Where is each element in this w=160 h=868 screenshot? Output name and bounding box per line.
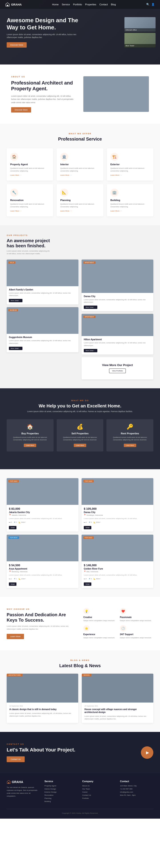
footer-link-service-3[interactable]: Renovation (44, 794, 78, 796)
view-more-title: View More Our Project (102, 363, 133, 367)
blog-excerpt-0: Lorem ipsum dolor sit amet, consectetur … (9, 712, 75, 717)
footer-contact-col: Contact 123 Main Street, City +1 234 567… (120, 780, 153, 804)
listing-card-1: FOR SALE $ 105,000 Danau City 📍 Surabaya… (82, 478, 153, 531)
footer-link-company-1[interactable]: Our Team (82, 788, 116, 790)
footer: GRAHA Tur non dicam de Graecis, quorum c… (0, 773, 160, 818)
service-card-interior: 🏛️ Interior Quidtamd inciunt mollit anim… (57, 148, 103, 181)
project-card-0: VILLA Albert Family's Garden Lorem ipsum… (7, 259, 78, 305)
nav-blog[interactable]: Blog (111, 3, 116, 6)
help-btn-2[interactable]: Learn More (124, 444, 136, 447)
listing-tag-1: FOR SALE (83, 480, 94, 483)
project-image-1: APARTMENT (82, 259, 153, 293)
nav-contact[interactable]: Contact (99, 3, 108, 6)
footer-link-company-2[interactable]: Career (82, 791, 116, 793)
projects-label: OUR PROJECTS (7, 234, 153, 237)
help-title-1: Sell Properties (60, 432, 100, 435)
help-btn-0[interactable]: Learn More (24, 444, 36, 447)
footer-link-contact-1[interactable]: +1 234 567 890 (120, 788, 153, 790)
service-learn-2[interactable]: Learn More → (110, 174, 150, 176)
listing-info-0: $ 83,000 Jakarta Garden City 📍 Jakarta, … (7, 505, 78, 531)
service-learn-5[interactable]: Learn More → (110, 210, 150, 212)
listing-btn-3[interactable]: Detail (84, 583, 91, 586)
service-desc-3: Quidtamd inciunt mollit anim id est labo… (10, 203, 50, 208)
service-learn-4[interactable]: Learn More → (60, 210, 100, 212)
listing-btn-0[interactable]: Detail (9, 526, 17, 529)
why-item-title-3: 24/7 Support (120, 633, 154, 636)
help-description: Lorem ipsum dolor sit amet, consectetur … (7, 410, 153, 412)
project-card-2: MUSEUM Guggenheim Museum Lorem ipsum dol… (7, 307, 78, 352)
listing-location-1: 📍 Surabaya, Indonesia (84, 514, 151, 516)
service-card-renovation: 🔧 Renovation Quidtamd inciunt mollit ani… (7, 184, 53, 216)
footer-link-company-0[interactable]: About Us (82, 785, 116, 787)
help-btn-1[interactable]: Learn More (74, 444, 86, 447)
footer-link-contact-2[interactable]: info@graha.com (120, 791, 153, 793)
sell-icon: 💰 (60, 424, 100, 430)
help-desc-2: Quidtamd inciunt mollit anim id est labo… (109, 436, 150, 441)
why-learn-button[interactable]: Learn More (7, 634, 24, 639)
listing-btn-1[interactable]: Detail (84, 526, 91, 529)
service-learn-1[interactable]: Learn More → (60, 174, 100, 176)
project-name-2: Guggenheim Museum (9, 336, 76, 339)
listing-image-3: FOR SALE (82, 535, 153, 561)
project-btn-3[interactable]: More Detail → (84, 349, 97, 352)
project-btn-1[interactable]: More Detail → (84, 306, 97, 309)
listing-btn-2[interactable]: Detail (9, 583, 17, 586)
listing-desc-0: Lorem ipsum dolor sit amet, consectetur … (9, 517, 76, 520)
creative-icon: 💡 (83, 608, 90, 614)
footer-link-company-4[interactable]: Portfolio (82, 797, 116, 799)
listing-meta-3: 🛏 5 🚿 4 📐 450m² (84, 578, 151, 580)
footer-link-company-3[interactable]: Contact Us (82, 794, 116, 796)
hero-card-2-label: Blue Tower (124, 44, 156, 48)
why-item-desc-3: Saepe nemo voluptatem sequi nesciunt. (120, 637, 154, 639)
view-portfolio-button[interactable]: View Portfolio (109, 369, 126, 373)
footer-link-service-1[interactable]: Interior Design (44, 788, 78, 790)
contact-button[interactable]: Contact Us (7, 756, 25, 762)
hero-card-1[interactable]: Infomart office (124, 17, 156, 32)
listing-price-0: $ 83,000 (9, 507, 76, 510)
footer-link-service-5[interactable]: Building (44, 800, 78, 802)
search-icon[interactable]: 🔍 (146, 3, 150, 6)
footer-link-service-0[interactable]: Property Agent (44, 785, 78, 787)
why-item-title-1: Passionate (120, 616, 154, 618)
project-btn-2[interactable]: More Detail → (9, 347, 23, 350)
user-icon[interactable]: 👤 (151, 3, 155, 6)
navigation: GRAHA Home Service Portfolio Properties … (0, 0, 160, 9)
logo[interactable]: GRAHA (5, 2, 22, 7)
nav-portfolio[interactable]: Portfolio (73, 3, 82, 6)
nav-properties[interactable]: Properties (85, 3, 96, 6)
about-image-box (83, 76, 149, 112)
rent-icon: 🔑 (109, 424, 150, 430)
project-btn-0[interactable]: More Detail → (9, 299, 23, 302)
about-cta-button[interactable]: Discover More (11, 107, 31, 113)
play-button[interactable]: ▶ (141, 746, 153, 759)
listing-image-2: FOR RENT (7, 535, 78, 561)
listing-name-3: Golden River Fure (84, 567, 151, 570)
service-name-1: Interior (60, 163, 100, 166)
help-label: WHAT WE DO (7, 399, 153, 402)
listing-desc-3: Lorem ipsum dolor sit amet, consectetur … (84, 574, 151, 576)
hero-card-2[interactable]: Blue Tower (124, 33, 156, 48)
support-icon: 🕐 (120, 625, 126, 631)
hero-description: Lorem ipsum dolor sit amet, consectetur … (7, 33, 81, 39)
help-desc-1: Quidtamd inciunt mollit anim id est labo… (60, 436, 100, 441)
project-desc-2: Lorem ipsum dolor sit amet, consectetur … (9, 339, 76, 344)
service-learn-3[interactable]: Learn More → (10, 210, 50, 212)
help-card-buy: 🏠 Buy Properties Quidtamd inciunt mollit… (7, 419, 54, 452)
project-image-2: MUSEUM (7, 307, 78, 334)
project-info-0: Albert Family's Garden Lorem ipsum dolor… (7, 286, 78, 305)
nav-home[interactable]: Home (52, 3, 59, 6)
service-card-property-agent: 🏠 Property Agent Quidtamd inciunt mollit… (7, 148, 53, 181)
service-learn-0[interactable]: Learn More → (10, 174, 50, 176)
services-label: WHAT WE OFFER (7, 132, 153, 135)
footer-company-title: Company (82, 780, 116, 783)
projects-left: VILLA Albert Family's Garden Lorem ipsum… (7, 259, 78, 379)
nav-service[interactable]: Service (62, 3, 70, 6)
project-image-0: VILLA (7, 259, 78, 286)
footer-link-service-2[interactable]: Exterior Design (44, 791, 78, 793)
service-card-planning: 📐 Planning Quidtamd inciunt mollit anim … (57, 184, 103, 216)
hero-cta-button[interactable]: Discover More (7, 42, 27, 48)
project-desc-1: Lorem ipsum dolor sit amet, consectetur … (84, 299, 151, 303)
why-left: WHY CHOOSE US Passion And Dedication Are… (7, 608, 77, 639)
project-desc-0: Lorem ipsum dolor sit amet, consectetur … (9, 292, 76, 297)
footer-link-service-4[interactable]: Planning (44, 797, 78, 799)
